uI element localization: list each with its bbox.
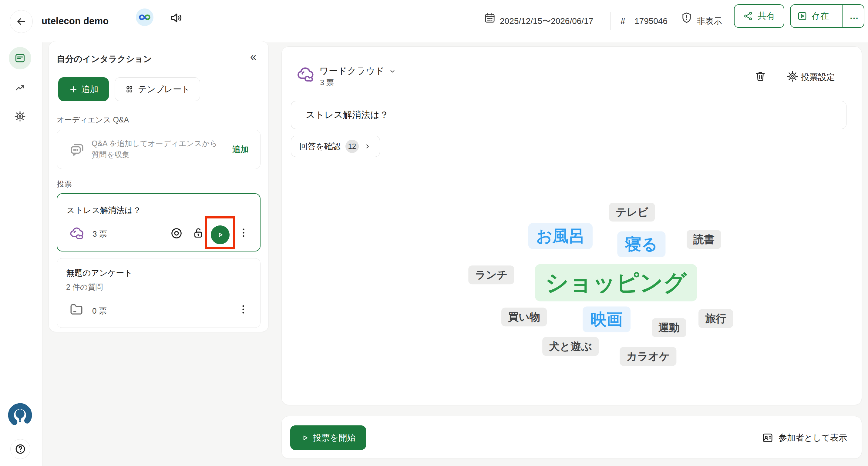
poll-card-selected[interactable]: ストレス解消法は？ 3 票 xyxy=(57,193,260,252)
present-split-button: 存在 … xyxy=(790,4,864,28)
more-options-button[interactable]: … xyxy=(842,5,866,27)
wordcloud-word: 運動 xyxy=(652,318,686,337)
wordcloud-word: 映画 xyxy=(583,307,630,332)
rail-item-analytics[interactable] xyxy=(9,76,31,99)
template-grid-icon xyxy=(125,85,134,94)
view-as-participant-label: 参加者として表示 xyxy=(778,432,847,443)
arrow-left-icon xyxy=(16,16,27,27)
top-bar: utelecon demo 2025/12/15〜2026/06/17 xyxy=(0,0,868,42)
panel-title: 自分のインタラクション xyxy=(57,53,152,65)
webex-logo-badge xyxy=(136,8,153,26)
participant-window-icon xyxy=(762,432,774,444)
shield-alert-icon xyxy=(680,11,693,24)
present-play-icon xyxy=(797,11,807,21)
poll-card-survey[interactable]: 無題のアンケート 2 件の質問 0 票 xyxy=(57,258,260,328)
calendar-icon xyxy=(484,12,496,24)
share-button[interactable]: 共有 xyxy=(734,4,784,28)
wordcloud-word: 買い物 xyxy=(501,307,547,326)
hidden-label[interactable]: 非表示 xyxy=(696,0,722,42)
back-button[interactable] xyxy=(10,10,33,33)
chat-bubbles-icon xyxy=(68,141,86,159)
help-button[interactable] xyxy=(10,439,30,459)
add-button[interactable]: 追加 xyxy=(58,77,109,101)
survey-folder-icon xyxy=(68,301,84,317)
interactions-card-icon xyxy=(14,53,26,64)
start-poll-play-button[interactable] xyxy=(211,226,229,244)
present-button-label: 存在 xyxy=(812,10,829,22)
qa-promo-text: Q&A を追加してオーディエンスから 質問を収集 xyxy=(92,138,225,160)
qa-promo-card: Q&A を追加してオーディエンスから 質問を収集 追加 xyxy=(57,130,260,169)
plus-icon xyxy=(69,85,78,94)
wordcloud-word: テレビ xyxy=(609,203,655,222)
trending-up-icon xyxy=(14,82,26,93)
wordcloud-word: お風呂 xyxy=(528,223,593,249)
lock-open-icon[interactable] xyxy=(191,226,205,240)
utelecon-logo xyxy=(7,402,33,428)
collapse-panel-icon[interactable]: « xyxy=(250,52,256,62)
template-button[interactable]: テンプレート xyxy=(115,77,200,101)
app-screen: utelecon demo 2025/12/15〜2026/06/17 xyxy=(0,0,868,466)
wordcloud-word: 旅行 xyxy=(699,309,733,328)
survey-votes: 0 票 xyxy=(92,306,107,316)
start-poll-label: 投票を開始 xyxy=(313,432,356,443)
play-outline-icon xyxy=(301,434,309,442)
wordcloud-type-icon xyxy=(68,225,85,242)
left-rail xyxy=(0,42,42,466)
qa-section-label: オーディエンス Q&A xyxy=(57,115,129,125)
poll-votes: 3 票 xyxy=(93,229,107,239)
wordcloud-word: 犬と遊ぶ xyxy=(542,337,599,356)
results-visible-icon[interactable] xyxy=(169,226,184,240)
rail-item-interactions[interactable] xyxy=(9,47,31,69)
share-button-label: 共有 xyxy=(757,10,775,22)
webex-logo-icon xyxy=(138,11,151,23)
event-code: 1795046 xyxy=(634,0,668,42)
wordcloud-word: 寝る xyxy=(617,232,665,257)
interactions-panel: 自分のインタラクション « 追加 テンプレート オーディエンス Q&A xyxy=(49,41,269,332)
poll-detail-card: ワードクラウド 3 票 投票設定 回答を確認 12 xyxy=(281,46,862,405)
page-title: utelecon demo xyxy=(41,0,108,42)
survey-title: 無題のアンケート xyxy=(66,268,132,278)
hash-icon: # xyxy=(621,0,625,42)
poll-title: ストレス解消法は？ xyxy=(66,205,141,216)
gear-icon xyxy=(14,110,26,123)
divider xyxy=(611,12,611,30)
add-button-label: 追加 xyxy=(82,84,99,95)
poll-menu-icon[interactable] xyxy=(237,226,250,239)
polls-section-label: 投票 xyxy=(57,179,72,189)
lightbulb-logo-icon xyxy=(7,402,33,428)
rail-item-settings[interactable] xyxy=(9,105,31,128)
share-icon xyxy=(743,11,753,21)
view-as-participant[interactable]: 参加者として表示 xyxy=(762,416,847,459)
survey-subtitle: 2 件の質問 xyxy=(66,282,103,292)
wordcloud-word: ランチ xyxy=(468,265,514,284)
question-mark-icon xyxy=(14,443,26,455)
announcement-icon[interactable] xyxy=(169,11,183,25)
wordcloud: テレビお風呂寝る読書ランチショッピング買い物映画運動旅行犬と遊ぶカラオケ xyxy=(282,47,862,405)
start-poll-button[interactable]: 投票を開始 xyxy=(290,425,366,450)
template-button-label: テンプレート xyxy=(138,84,190,95)
ellipsis-icon: … xyxy=(849,11,859,21)
date-range: 2025/12/15〜2026/06/17 xyxy=(500,0,593,42)
poll-action-bar: 投票を開始 参加者として表示 xyxy=(281,416,862,459)
wordcloud-word: カラオケ xyxy=(620,347,676,366)
survey-menu-icon[interactable] xyxy=(237,303,250,316)
wordcloud-word: 読書 xyxy=(687,230,721,249)
wordcloud-word: ショッピング xyxy=(535,264,697,301)
qa-add-link[interactable]: 追加 xyxy=(232,144,249,155)
present-button[interactable]: 存在 xyxy=(788,5,838,27)
